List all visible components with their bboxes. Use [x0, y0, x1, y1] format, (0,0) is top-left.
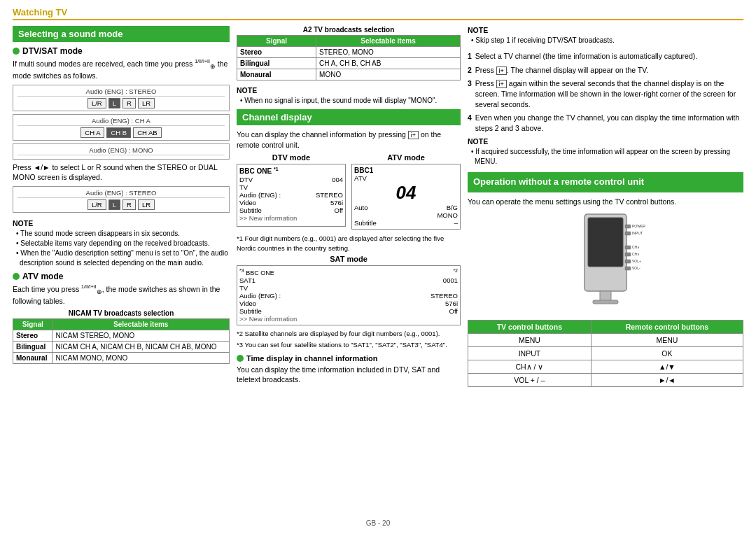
operation-body: You can operate the menu settings using … — [468, 197, 743, 207]
time-display-section: Time display in channel information You … — [237, 354, 461, 385]
lr3-btn: L/R — [88, 199, 106, 210]
selecting-sound-mode-header: Selecting a sound mode — [13, 26, 230, 42]
audio-label-1: Audio (ENG) : STEREO — [18, 87, 225, 97]
note-bullet-1: • The sound mode screen disappears in si… — [16, 229, 230, 239]
table-row: Bilingual CH A, CH B, CH AB — [237, 58, 461, 69]
audio-label-4: Audio (ENG) : STEREO — [18, 189, 225, 198]
a2-table-wrap: A2 TV broadcasts selection Signal Select… — [237, 26, 461, 80]
green-circle-icon — [13, 48, 20, 55]
list-item: 1 Select a TV channel (the time informat… — [468, 51, 743, 62]
tv-btn-input: INPUT — [468, 347, 592, 360]
step-num-3: 3 — [468, 78, 472, 109]
atv-mode-box: ATV mode BBC1 ATV 04 AutoB/G MONO Subtit… — [351, 153, 461, 230]
tv-btn-menu: MENU — [468, 334, 592, 347]
audio-diagram-stereo: Audio (ENG) : STEREO L/R L R LR — [13, 85, 230, 111]
remote-btn-ok: OK — [591, 347, 743, 360]
audio-diagram-mono: Audio (ENG) : MONO — [13, 143, 230, 160]
left-note-title: NOTE — [13, 219, 230, 227]
a2-col-signal: Signal — [237, 36, 316, 47]
control-col-tv: TV control buttons — [468, 321, 592, 334]
time-display-body: You can display the time information inc… — [237, 365, 461, 385]
dtv-sat-body: If multi sound modes are received, each … — [13, 58, 230, 81]
right-note-top: NOTE • Skip step 1 if receiving DTV/SAT … — [468, 26, 743, 45]
right-column: NOTE • Skip step 1 if receiving DTV/SAT … — [468, 26, 743, 515]
svg-rect-1 — [588, 218, 623, 267]
step-num-1: 1 — [468, 51, 472, 62]
channel-display-body: You can display the channel information … — [237, 129, 461, 150]
a2-signal-stereo: Stereo — [237, 47, 316, 58]
list-item: 4 Even when you change the TV channel, y… — [468, 113, 743, 133]
a2-table: Signal Selectable items Stereo STEREO, M… — [237, 35, 461, 80]
press-lr-text: Press ◄/► to select L or R sound when th… — [13, 162, 230, 183]
right-note-bullet: • Skip step 1 if receiving DTV/SAT broad… — [471, 36, 743, 45]
step-text-3: Press i+ again within the several second… — [475, 78, 743, 109]
note-bullet-3: • When the "Audio description setting" m… — [16, 248, 230, 268]
nicam-table: Signal Selectable items Stereo NICAM STE… — [13, 318, 230, 364]
table-row: Stereo STEREO, MONO — [237, 47, 461, 58]
nicam-signal-bilingual: Bilingual — [13, 342, 52, 353]
svg-rect-3 — [593, 300, 618, 304]
svg-rect-4 — [625, 225, 631, 228]
footnote2: *2 Satellite channels are displayed by f… — [237, 329, 461, 338]
nicam-col-selectable: Selectable items — [52, 319, 230, 330]
nicam-items-bilingual: NICAM CH A, NICAM CH B, NICAM CH AB, MON… — [52, 342, 230, 353]
a2-signal-bilingual: Bilingual — [237, 58, 316, 69]
atv-mode-title: ATV mode — [13, 272, 230, 281]
a2-items-bilingual: CH A, CH B, CH AB — [316, 58, 461, 69]
left-column: Selecting a sound mode DTV/SAT mode If m… — [13, 26, 230, 515]
lr4-btn: LR — [138, 199, 155, 210]
chab-btn: CH AB — [133, 127, 162, 138]
svg-text:CH∧: CH∧ — [632, 245, 640, 249]
atv-big-number: 04 — [354, 182, 458, 204]
a2-items-stereo: STEREO, MONO — [316, 47, 461, 58]
svg-rect-8 — [625, 260, 631, 263]
note-bullet-2: • Selectable items vary depending on the… — [16, 239, 230, 248]
remote-btn-leftright: ►/◄ — [591, 374, 743, 387]
step-text-2: Press i+. The channel display will appea… — [475, 65, 648, 76]
audio-diagram-stereo2: Audio (ENG) : STEREO L/R L R LR — [13, 186, 230, 213]
mode-displays: DTV mode BBC ONE *1 DTV004 TV Audio (ENG… — [237, 153, 461, 230]
right-note-2: NOTE • If acquired successfully, the tim… — [468, 137, 743, 167]
right-note2-title: NOTE — [468, 137, 743, 146]
dtv-mode-box: DTV mode BBC ONE *1 DTV004 TV Audio (ENG… — [237, 153, 346, 230]
audio-buttons-4: L/R L R LR — [18, 199, 225, 210]
tv-svg: POWER INPUT CH∧ CH∨ VOL+ VOL- — [550, 211, 662, 316]
atv-info-box: BBC1 ATV 04 AutoB/G MONO Subtitle– — [351, 164, 461, 230]
nicam-signal-monaural: Monaural — [13, 353, 52, 364]
table-row: MENU MENU — [468, 334, 743, 347]
a2-items-monaural: MONO — [316, 69, 461, 80]
svg-text:INPUT: INPUT — [632, 231, 643, 235]
sat-mode-title: SAT mode — [237, 255, 461, 263]
remote-btn-updown: ▲/▼ — [591, 360, 743, 374]
table-row: Monaural NICAM MONO, MONO — [13, 353, 230, 364]
audio-buttons-1: L/R L R LR — [18, 98, 225, 108]
time-display-title: Time display in channel information — [237, 354, 461, 363]
mid-note-section: NOTE • When no signal is input, the soun… — [237, 86, 461, 106]
page-title: Watching TV — [13, 7, 67, 17]
channel-display-header: Channel display — [237, 109, 461, 125]
a2-caption: A2 TV broadcasts selection — [237, 26, 461, 34]
mid-note-bullet: • When no signal is input, the sound mod… — [240, 96, 461, 106]
audio-diagram-cha: Audio (ENG) : CH A CH A CH B CH AB — [13, 114, 230, 141]
step-num-2: 2 — [468, 65, 472, 76]
audio-label-2: Audio (ENG) : CH A — [18, 117, 225, 126]
tv-btn-vol: VOL + / – — [468, 374, 592, 387]
sat-mode-box: SAT mode *3 BBC ONE *2 SAT10001 TV Audio… — [237, 255, 461, 325]
page-footer: GB - 20 — [13, 519, 743, 527]
svg-rect-5 — [625, 232, 631, 235]
table-row: CH∧ / ∨ ▲/▼ — [468, 360, 743, 374]
audio-buttons-2: CH A CH B CH AB — [18, 127, 225, 138]
svg-text:VOL-: VOL- — [632, 266, 640, 270]
control-table: TV control buttons Remote control button… — [468, 320, 743, 387]
step-num-4: 4 — [468, 113, 472, 133]
table-row: Stereo NICAM STEREO, MONO — [13, 330, 230, 342]
mid-column: A2 TV broadcasts selection Signal Select… — [237, 26, 461, 515]
table-row: INPUT OK — [468, 347, 743, 360]
table-row: VOL + / – ►/◄ — [468, 374, 743, 387]
operation-header: Operation without a remote control unit — [468, 172, 743, 192]
step-text-4: Even when you change the TV channel, you… — [475, 113, 743, 133]
svg-text:CH∨: CH∨ — [632, 252, 640, 256]
page-number: GB - 20 — [366, 519, 390, 527]
nicam-items-stereo: NICAM STEREO, MONO — [52, 330, 230, 342]
dtv-mode-title: DTV mode — [237, 153, 346, 162]
